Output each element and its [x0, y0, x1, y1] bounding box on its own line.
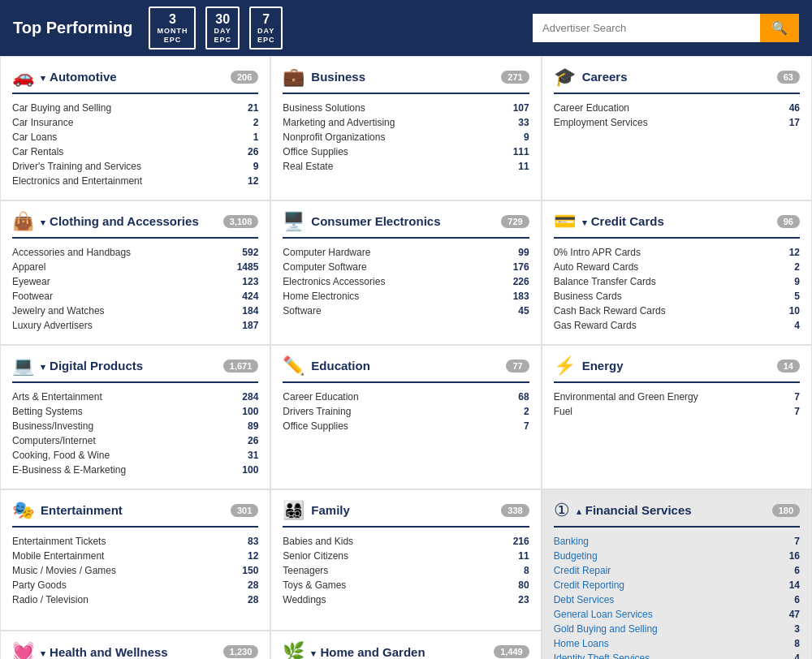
- item-label[interactable]: Banking: [554, 536, 589, 547]
- item-count: 7: [524, 420, 529, 432]
- business-icon: 💼: [283, 67, 304, 88]
- digital-products-icon: 💻: [12, 355, 34, 377]
- item-count: 6: [794, 594, 800, 605]
- item-label: Radio / Television: [12, 594, 89, 605]
- item-label: Gas Reward Cards: [554, 320, 637, 331]
- careers-title: Careers: [582, 70, 771, 84]
- list-item: Gas Reward Cards4: [554, 318, 800, 333]
- 7-day-epc-button[interactable]: 7DAYEPC: [249, 6, 283, 50]
- item-count: 8: [794, 638, 800, 649]
- item-count: 16: [789, 550, 800, 562]
- item-label[interactable]: General Loan Services: [554, 609, 653, 620]
- list-item: General Loan Services47: [554, 607, 800, 622]
- energy-count: 14: [777, 360, 800, 373]
- financial-services-title: ▴ Financial Services: [577, 503, 766, 517]
- list-item: Career Education46: [554, 101, 800, 115]
- list-item: Credit Repair6: [554, 563, 800, 578]
- digital-products-chevron[interactable]: ▾: [41, 362, 48, 372]
- item-count: 83: [248, 536, 258, 547]
- list-item: Electronics Accessories226: [283, 274, 529, 289]
- item-label: Luxury Advertisers: [12, 320, 93, 331]
- search-input[interactable]: [533, 14, 760, 42]
- home-garden-title: ▾ Home and Garden: [311, 645, 487, 659]
- list-item: Weddings23: [283, 592, 529, 607]
- list-item: Jewelry and Watches184: [12, 304, 258, 318]
- item-label[interactable]: Home Loans: [554, 638, 609, 649]
- item-label: Car Insurance: [12, 117, 73, 128]
- home-garden-chevron[interactable]: ▾: [311, 648, 318, 658]
- item-count: 99: [518, 247, 529, 258]
- card-clothing: 👜▾ Clothing and Accessories3,108Accessor…: [1, 201, 270, 344]
- clothing-chevron[interactable]: ▾: [41, 218, 48, 227]
- list-item: Teenagers8: [283, 563, 529, 578]
- item-count: 12: [248, 175, 258, 187]
- item-label: Toys & Games: [283, 579, 346, 591]
- item-label: Computer Hardware: [283, 247, 370, 258]
- entertainment-icon: 🎭: [12, 500, 34, 521]
- item-label[interactable]: Credit Reporting: [554, 579, 624, 591]
- list-item: Real Estate11: [283, 159, 529, 174]
- list-item: Toys & Games80: [283, 578, 529, 592]
- careers-icon: 🎓: [554, 67, 576, 88]
- item-label: Eyewear: [12, 276, 50, 287]
- item-count: 184: [242, 305, 258, 317]
- item-label[interactable]: Gold Buying and Selling: [554, 623, 658, 635]
- home-garden-icon: 🌿: [283, 641, 304, 659]
- financial-services-chevron[interactable]: ▴: [577, 506, 584, 516]
- item-count: 12: [248, 550, 258, 562]
- list-item: Banking7: [554, 534, 800, 549]
- item-count: 100: [242, 406, 258, 417]
- item-label: Babies and Kids: [283, 536, 353, 547]
- item-label: Cash Back Reward Cards: [554, 305, 666, 317]
- item-count: 12: [789, 247, 800, 258]
- item-count: 107: [513, 102, 529, 114]
- education-title: Education: [311, 359, 499, 373]
- credit-cards-chevron[interactable]: ▾: [582, 218, 590, 227]
- family-title: Family: [311, 503, 495, 517]
- item-label[interactable]: Identity Theft Services: [554, 653, 650, 659]
- item-label: E-Business & E-Marketing: [12, 464, 126, 476]
- card-careers: 🎓Careers63Career Education46Employment S…: [542, 57, 811, 200]
- 3-month-epc-button[interactable]: 3MONTHEPC: [149, 6, 196, 50]
- item-label: Arts & Entertainment: [12, 391, 102, 403]
- health-wellness-icon: 💓: [12, 641, 34, 659]
- list-item: Identity Theft Services4: [554, 651, 800, 659]
- 30-day-epc-button[interactable]: 30DAYEPC: [205, 6, 240, 50]
- list-item: Accessories and Handbags592: [12, 245, 258, 260]
- list-item: Mobile Entertainment12: [12, 549, 258, 563]
- entertainment-count: 301: [231, 504, 258, 517]
- list-item: Office Supplies7: [283, 419, 529, 433]
- item-label: Music / Movies / Games: [12, 565, 116, 576]
- search-button[interactable]: 🔍: [760, 14, 799, 42]
- entertainment-title: Entertainment: [41, 503, 224, 517]
- item-count: 2: [253, 117, 259, 128]
- family-icon: 👨‍👩‍👧‍👦: [283, 500, 304, 521]
- automotive-title: ▾ Automotive: [41, 70, 224, 84]
- item-count: 9: [253, 161, 259, 172]
- consumer-electronics-icon: 🖥️: [283, 211, 304, 232]
- health-wellness-chevron[interactable]: ▾: [41, 648, 48, 658]
- list-item: Apparel1485: [12, 260, 258, 274]
- energy-icon: ⚡: [554, 355, 576, 377]
- item-label: Car Buying and Selling: [12, 102, 111, 114]
- item-count: 45: [518, 305, 529, 317]
- list-item: Environmental and Green Energy7: [554, 390, 800, 404]
- item-count: 47: [789, 609, 800, 620]
- item-count: 14: [789, 579, 800, 591]
- item-label: Employment Services: [554, 117, 648, 128]
- list-item: Gold Buying and Selling3: [554, 622, 800, 636]
- item-label: Electronics and Entertainment: [12, 175, 142, 187]
- clothing-title: ▾ Clothing and Accessories: [41, 214, 217, 228]
- item-label: Computer Software: [283, 261, 366, 273]
- item-label[interactable]: Budgeting: [554, 550, 598, 562]
- item-label[interactable]: Debt Services: [554, 594, 615, 605]
- item-count: 111: [513, 146, 529, 157]
- consumer-electronics-title: Consumer Electronics: [311, 214, 495, 228]
- item-label: Business Cards: [554, 291, 622, 302]
- item-label[interactable]: Credit Repair: [554, 565, 611, 576]
- item-label: Fuel: [554, 406, 572, 417]
- list-item: Computer Software176: [283, 260, 529, 274]
- financial-services-icon: ①: [554, 500, 570, 521]
- clothing-count: 3,108: [223, 215, 259, 228]
- automotive-chevron[interactable]: ▾: [41, 73, 48, 83]
